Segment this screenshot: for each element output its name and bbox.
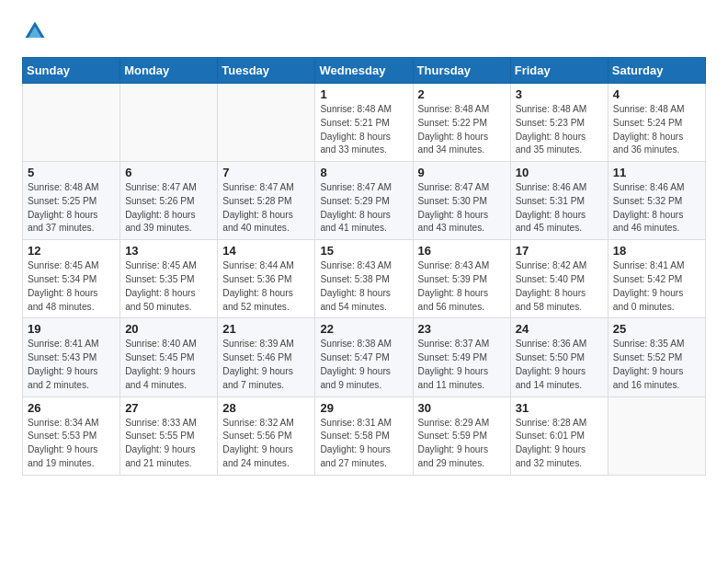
day-info: Sunrise: 8:42 AM Sunset: 5:40 PM Dayligh… — [516, 259, 603, 314]
day-info: Sunrise: 8:48 AM Sunset: 5:22 PM Dayligh… — [418, 103, 506, 157]
calendar-cell: 26Sunrise: 8:34 AM Sunset: 5:53 PM Dayli… — [23, 396, 120, 475]
calendar-cell: 23Sunrise: 8:37 AM Sunset: 5:49 PM Dayli… — [413, 318, 510, 396]
calendar-cell: 1Sunrise: 8:48 AM Sunset: 5:21 PM Daylig… — [315, 84, 413, 162]
day-info: Sunrise: 8:46 AM Sunset: 5:31 PM Dayligh… — [516, 181, 603, 236]
day-info: Sunrise: 8:29 AM Sunset: 5:59 PM Dayligh… — [418, 417, 506, 471]
logo — [22, 18, 51, 44]
day-number: 9 — [418, 166, 506, 179]
calendar-cell: 13Sunrise: 8:45 AM Sunset: 5:35 PM Dayli… — [120, 240, 218, 318]
day-number: 30 — [418, 401, 506, 415]
day-info: Sunrise: 8:36 AM Sunset: 5:50 PM Dayligh… — [516, 338, 603, 392]
day-info: Sunrise: 8:43 AM Sunset: 5:39 PM Dayligh… — [418, 259, 506, 314]
day-number: 24 — [516, 322, 603, 336]
calendar-cell: 9Sunrise: 8:47 AM Sunset: 5:30 PM Daylig… — [413, 162, 510, 240]
calendar-cell: 21Sunrise: 8:39 AM Sunset: 5:46 PM Dayli… — [218, 318, 315, 396]
day-number: 7 — [222, 166, 310, 179]
day-info: Sunrise: 8:48 AM Sunset: 5:24 PM Dayligh… — [613, 103, 700, 157]
calendar-cell: 11Sunrise: 8:46 AM Sunset: 5:32 PM Dayli… — [608, 162, 705, 240]
calendar-cell: 4Sunrise: 8:48 AM Sunset: 5:24 PM Daylig… — [608, 84, 705, 162]
calendar-cell: 5Sunrise: 8:48 AM Sunset: 5:25 PM Daylig… — [23, 162, 120, 240]
day-number: 31 — [516, 401, 603, 415]
day-number: 26 — [28, 401, 115, 415]
day-number: 13 — [125, 244, 212, 258]
day-number: 21 — [222, 322, 310, 336]
calendar-cell: 2Sunrise: 8:48 AM Sunset: 5:22 PM Daylig… — [413, 84, 510, 162]
calendar-cell — [218, 84, 315, 162]
day-info: Sunrise: 8:31 AM Sunset: 5:58 PM Dayligh… — [320, 417, 407, 471]
calendar-cell — [120, 84, 218, 162]
calendar-cell: 30Sunrise: 8:29 AM Sunset: 5:59 PM Dayli… — [413, 396, 510, 475]
day-info: Sunrise: 8:48 AM Sunset: 5:23 PM Dayligh… — [516, 103, 603, 157]
calendar-cell: 19Sunrise: 8:41 AM Sunset: 5:43 PM Dayli… — [23, 318, 120, 396]
day-number: 3 — [516, 87, 603, 101]
day-number: 12 — [28, 244, 115, 258]
weekday-header-sunday: Sunday — [23, 58, 120, 84]
calendar-cell: 16Sunrise: 8:43 AM Sunset: 5:39 PM Dayli… — [413, 240, 510, 318]
day-number: 4 — [613, 87, 700, 101]
header — [22, 18, 706, 44]
calendar-week-3: 12Sunrise: 8:45 AM Sunset: 5:34 PM Dayli… — [23, 240, 706, 318]
day-number: 16 — [418, 244, 506, 258]
calendar-cell: 6Sunrise: 8:47 AM Sunset: 5:26 PM Daylig… — [120, 162, 218, 240]
calendar-week-1: 1Sunrise: 8:48 AM Sunset: 5:21 PM Daylig… — [23, 84, 706, 162]
calendar-week-2: 5Sunrise: 8:48 AM Sunset: 5:25 PM Daylig… — [23, 162, 706, 240]
day-info: Sunrise: 8:47 AM Sunset: 5:28 PM Dayligh… — [222, 181, 310, 236]
weekday-header-monday: Monday — [120, 58, 218, 84]
calendar-week-4: 19Sunrise: 8:41 AM Sunset: 5:43 PM Dayli… — [23, 318, 706, 396]
day-number: 1 — [320, 87, 407, 101]
day-number: 25 — [613, 322, 700, 336]
calendar-cell: 22Sunrise: 8:38 AM Sunset: 5:47 PM Dayli… — [315, 318, 413, 396]
day-number: 17 — [516, 244, 603, 258]
day-number: 6 — [125, 166, 212, 179]
day-info: Sunrise: 8:43 AM Sunset: 5:38 PM Dayligh… — [320, 259, 407, 314]
calendar-week-5: 26Sunrise: 8:34 AM Sunset: 5:53 PM Dayli… — [23, 396, 706, 475]
weekday-header-thursday: Thursday — [413, 58, 510, 84]
day-number: 14 — [222, 244, 310, 258]
day-number: 2 — [418, 87, 506, 101]
day-number: 27 — [125, 401, 212, 415]
weekday-header-tuesday: Tuesday — [218, 58, 315, 84]
calendar-cell: 24Sunrise: 8:36 AM Sunset: 5:50 PM Dayli… — [510, 318, 608, 396]
day-info: Sunrise: 8:37 AM Sunset: 5:49 PM Dayligh… — [418, 338, 506, 392]
weekday-header-saturday: Saturday — [608, 58, 705, 84]
calendar-cell: 20Sunrise: 8:40 AM Sunset: 5:45 PM Dayli… — [120, 318, 218, 396]
calendar-cell: 29Sunrise: 8:31 AM Sunset: 5:58 PM Dayli… — [315, 396, 413, 475]
day-info: Sunrise: 8:32 AM Sunset: 5:56 PM Dayligh… — [222, 417, 310, 471]
day-info: Sunrise: 8:47 AM Sunset: 5:29 PM Dayligh… — [320, 181, 407, 236]
day-number: 5 — [28, 166, 115, 179]
day-number: 29 — [320, 401, 407, 415]
calendar-cell: 17Sunrise: 8:42 AM Sunset: 5:40 PM Dayli… — [510, 240, 608, 318]
weekday-header-row: SundayMondayTuesdayWednesdayThursdayFrid… — [23, 58, 706, 84]
day-info: Sunrise: 8:28 AM Sunset: 6:01 PM Dayligh… — [516, 417, 603, 471]
day-number: 15 — [320, 244, 407, 258]
calendar-cell — [608, 396, 705, 475]
calendar-cell: 15Sunrise: 8:43 AM Sunset: 5:38 PM Dayli… — [315, 240, 413, 318]
day-number: 8 — [320, 166, 407, 179]
logo-icon — [22, 18, 48, 44]
day-info: Sunrise: 8:48 AM Sunset: 5:25 PM Dayligh… — [28, 181, 115, 236]
day-info: Sunrise: 8:33 AM Sunset: 5:55 PM Dayligh… — [125, 417, 212, 471]
day-number: 10 — [516, 166, 603, 179]
day-info: Sunrise: 8:45 AM Sunset: 5:34 PM Dayligh… — [28, 259, 115, 314]
calendar-cell: 14Sunrise: 8:44 AM Sunset: 5:36 PM Dayli… — [218, 240, 315, 318]
day-number: 28 — [222, 401, 310, 415]
day-info: Sunrise: 8:39 AM Sunset: 5:46 PM Dayligh… — [222, 338, 310, 392]
day-info: Sunrise: 8:40 AM Sunset: 5:45 PM Dayligh… — [125, 338, 212, 392]
calendar-cell: 25Sunrise: 8:35 AM Sunset: 5:52 PM Dayli… — [608, 318, 705, 396]
calendar-cell — [23, 84, 120, 162]
calendar-body: 1Sunrise: 8:48 AM Sunset: 5:21 PM Daylig… — [23, 84, 706, 476]
day-number: 22 — [320, 322, 407, 336]
day-info: Sunrise: 8:44 AM Sunset: 5:36 PM Dayligh… — [222, 259, 310, 314]
day-info: Sunrise: 8:46 AM Sunset: 5:32 PM Dayligh… — [613, 181, 700, 236]
day-info: Sunrise: 8:34 AM Sunset: 5:53 PM Dayligh… — [28, 417, 115, 471]
calendar-cell: 7Sunrise: 8:47 AM Sunset: 5:28 PM Daylig… — [218, 162, 315, 240]
day-info: Sunrise: 8:35 AM Sunset: 5:52 PM Dayligh… — [613, 338, 700, 392]
day-number: 11 — [613, 166, 700, 179]
calendar-cell: 10Sunrise: 8:46 AM Sunset: 5:31 PM Dayli… — [510, 162, 608, 240]
day-info: Sunrise: 8:38 AM Sunset: 5:47 PM Dayligh… — [320, 338, 407, 392]
day-info: Sunrise: 8:45 AM Sunset: 5:35 PM Dayligh… — [125, 259, 212, 314]
weekday-header-friday: Friday — [510, 58, 608, 84]
calendar-cell: 3Sunrise: 8:48 AM Sunset: 5:23 PM Daylig… — [510, 84, 608, 162]
page: SundayMondayTuesdayWednesdayThursdayFrid… — [0, 0, 728, 494]
calendar-cell: 31Sunrise: 8:28 AM Sunset: 6:01 PM Dayli… — [510, 396, 608, 475]
